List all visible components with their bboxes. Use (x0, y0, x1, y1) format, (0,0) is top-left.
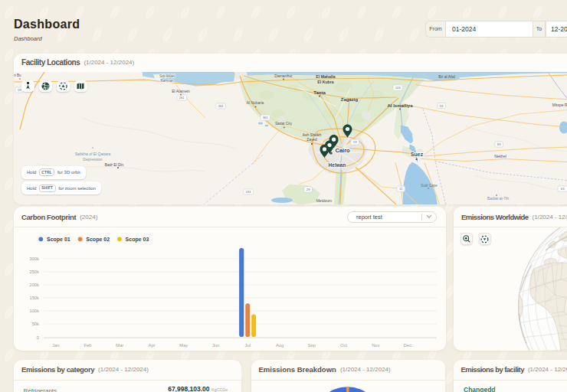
svg-text:Zayed: Zayed (306, 138, 317, 142)
svg-text:261: 261 (179, 96, 185, 100)
svg-text:Feb: Feb (84, 343, 92, 348)
svg-text:261: 261 (218, 104, 225, 108)
svg-text:Rahman: Rahman (160, 78, 174, 82)
svg-text:Cairo: Cairo (336, 147, 351, 154)
svg-text:Sabkha of El Qattara: Sabkha of El Qattara (75, 152, 111, 156)
svg-text:El Mahalla: El Mahalla (316, 74, 335, 79)
svg-text:El Alamein: El Alamein (172, 88, 190, 93)
svg-text:Scope 01: Scope 01 (47, 236, 70, 242)
svg-text:May: May (179, 343, 188, 348)
svg-text:Aug: Aug (276, 343, 284, 348)
svg-text:El Kubra: El Kubra (317, 79, 333, 83)
svg-text:Sidi Abdel: Sidi Abdel (159, 74, 175, 78)
svg-text:Oct: Oct (340, 343, 347, 348)
svg-text:Ash Sheikh: Ash Sheikh (303, 133, 322, 137)
svg-text:Sep: Sep (308, 343, 316, 348)
svg-text:Helwan: Helwan (329, 162, 346, 168)
svg-text:300k: 300k (29, 256, 39, 261)
svg-text:0: 0 (37, 335, 39, 339)
svg-text:Mar: Mar (116, 343, 123, 348)
svg-text:n Bu: n Bu (14, 74, 21, 77)
svg-text:Dec: Dec (404, 343, 411, 348)
svg-text:Nekhel: Nekhel (494, 154, 506, 158)
svg-text:Bir al Abd: Bir al Abd (438, 74, 455, 79)
svg-text:Scope 02: Scope 02 (86, 236, 110, 242)
svg-text:55: 55 (440, 103, 444, 107)
svg-text:Suez: Suez (411, 152, 424, 157)
svg-text:11: 11 (399, 187, 403, 191)
svg-text:Jan: Jan (52, 343, 59, 348)
svg-text:Al Ismailiya: Al Ismailiya (387, 103, 413, 108)
svg-text:231: 231 (246, 190, 252, 194)
svg-text:361: 361 (263, 116, 269, 119)
svg-text:Tanta: Tanta (313, 90, 326, 95)
svg-text:Badr El Din: Badr El Din (105, 162, 124, 166)
svg-text:103: 103 (395, 86, 401, 90)
svg-text:Al Nubaria: Al Nubaria (247, 101, 264, 105)
svg-text:63: 63 (561, 187, 565, 191)
svg-text:Sadat City: Sadat City (275, 122, 293, 126)
svg-text:Apr: Apr (149, 343, 156, 348)
svg-text:89: 89 (497, 142, 501, 146)
svg-text:Badiat at-Tih: Badiat at-Tih (487, 196, 509, 201)
svg-text:250k: 250k (29, 270, 39, 274)
svg-text:Mitspe Ra: Mitspe Ra (552, 103, 567, 107)
svg-text:19: 19 (353, 140, 357, 144)
svg-text:200k: 200k (29, 283, 39, 287)
svg-text:Meidoum: Meidoum (316, 198, 333, 202)
svg-text:Sudr Cape: Sudr Cape (421, 183, 438, 187)
svg-text:Jul: Jul (245, 343, 251, 348)
svg-text:29: 29 (306, 188, 310, 191)
svg-text:150k: 150k (29, 296, 39, 300)
svg-text:Damanhur: Damanhur (274, 74, 293, 78)
svg-text:Jun: Jun (212, 343, 219, 348)
svg-text:Scope 03: Scope 03 (126, 236, 149, 242)
svg-text:Zagazig: Zagazig (341, 97, 359, 102)
svg-text:Depression: Depression (83, 156, 103, 161)
svg-text:Nov: Nov (372, 343, 379, 348)
svg-text:50k: 50k (32, 322, 39, 326)
svg-text:100k: 100k (29, 309, 39, 313)
